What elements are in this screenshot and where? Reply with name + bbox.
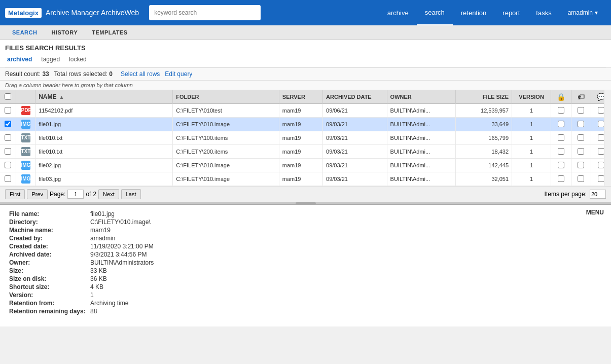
lock-checkbox[interactable]	[558, 107, 564, 114]
row-owner: BUILTIN\Admi...	[387, 131, 456, 145]
row-name[interactable]: file02.jpg	[35, 159, 173, 172]
first-page-button[interactable]: First	[5, 189, 25, 199]
next-page-button[interactable]: Next	[98, 189, 119, 199]
row-checkbox[interactable]	[5, 121, 11, 127]
row-checkbox[interactable]	[5, 175, 11, 182]
select-all-rows[interactable]: Select all rows	[121, 70, 160, 78]
row-tag-check[interactable]	[571, 118, 591, 131]
table-row[interactable]: TXT file010.txt C:\FILETY\200.items mam1…	[0, 145, 611, 159]
nav-amadmin[interactable]: amadmin ▾	[560, 0, 606, 25]
row-checkbox[interactable]	[5, 162, 11, 168]
last-page-button[interactable]: Last	[121, 189, 141, 199]
scrollbar[interactable]	[604, 90, 611, 186]
edit-query[interactable]: Edit query	[165, 70, 192, 78]
table-row[interactable]: IMG file02.jpg C:\FILETY\010.image mam19…	[0, 159, 611, 172]
nav-retention[interactable]: retention	[453, 0, 495, 25]
tag-checkbox[interactable]	[578, 107, 584, 114]
row-version: 1	[512, 118, 551, 131]
th-tag: 🏷	[571, 90, 591, 104]
header-nav: archive search retention report tasks am…	[379, 0, 606, 25]
tag-checkbox[interactable]	[578, 162, 584, 168]
th-date[interactable]: ARCHIVED DATE	[323, 90, 387, 104]
th-folder[interactable]: FOLDER	[173, 90, 279, 104]
th-size[interactable]: FILE SIZE	[456, 90, 512, 104]
nav-archive[interactable]: archive	[379, 0, 417, 25]
lock-checkbox[interactable]	[558, 162, 564, 168]
subnav-history[interactable]: HISTORY	[44, 25, 85, 40]
row-flag-check[interactable]	[551, 159, 571, 172]
tag-checkbox[interactable]	[578, 148, 584, 155]
select-all-checkbox[interactable]	[5, 93, 11, 100]
th-version[interactable]: VERSION	[512, 90, 551, 104]
selected-count: 0	[109, 70, 113, 78]
row-tag-check[interactable]	[571, 104, 591, 118]
row-checkbox[interactable]	[5, 134, 11, 141]
keyword-search-input[interactable]	[149, 5, 261, 20]
row-flag-check[interactable]	[551, 172, 571, 186]
row-name[interactable]: 11542102.pdf	[35, 104, 173, 118]
filter-tab-locked[interactable]: locked	[67, 55, 89, 64]
table-wrapper: NAME ▲ FOLDER SERVER ARCHIVED DATE OWNER…	[0, 90, 611, 186]
row-folder: C:\FILETY\010.image	[173, 118, 279, 131]
items-per-page-input[interactable]	[590, 190, 606, 199]
nav-tasks[interactable]: tasks	[528, 0, 559, 25]
file-type-icon: TXT	[21, 147, 30, 156]
detail-field-value: amadmin	[88, 234, 604, 242]
nav-search[interactable]: search	[417, 0, 453, 25]
row-name[interactable]: file01.jpg	[35, 118, 173, 131]
row-checkbox[interactable]	[5, 148, 11, 155]
amadmin-label: amadmin	[568, 9, 593, 16]
items-per-page: Items per page:	[545, 190, 606, 199]
row-checkbox-cell[interactable]	[0, 118, 16, 131]
th-owner[interactable]: OWNER	[387, 90, 456, 104]
th-name[interactable]: NAME ▲	[35, 90, 173, 104]
filter-tab-archived[interactable]: archived	[5, 55, 34, 64]
lock-checkbox[interactable]	[558, 148, 564, 155]
row-flag-check[interactable]	[551, 118, 571, 131]
row-date: 09/03/21	[323, 159, 387, 172]
row-tag-check[interactable]	[571, 159, 591, 172]
table-row[interactable]: IMG file03.jpg C:\FILETY\010.image mam19…	[0, 172, 611, 186]
row-name[interactable]: file010.txt	[35, 131, 173, 145]
detail-menu[interactable]: MENU	[586, 209, 604, 216]
detail-field-value: mam19	[88, 226, 604, 234]
tag-checkbox[interactable]	[578, 121, 584, 127]
row-checkbox[interactable]	[5, 107, 11, 114]
row-checkbox-cell[interactable]	[0, 131, 16, 145]
row-flag-check[interactable]	[551, 145, 571, 159]
page-info: Page: of 2	[50, 190, 96, 199]
row-flag-check[interactable]	[551, 131, 571, 145]
row-checkbox-cell[interactable]	[0, 172, 16, 186]
nav-report[interactable]: report	[494, 0, 528, 25]
th-server[interactable]: SERVER	[279, 90, 322, 104]
subnav-search[interactable]: SEARCH	[5, 25, 44, 40]
tag-checkbox[interactable]	[578, 134, 584, 141]
detail-row: Size on disk:36 KB	[7, 275, 604, 283]
row-checkbox-cell[interactable]	[0, 145, 16, 159]
prev-page-button[interactable]: Prev	[27, 189, 48, 199]
th-select-all[interactable]	[0, 90, 16, 104]
header: Metalogix Archive Manager ArchiveWeb arc…	[0, 0, 611, 25]
detail-field-value: 9/3/2021 3:44:56 PM	[88, 250, 604, 259]
row-tag-check[interactable]	[571, 131, 591, 145]
row-flag-check[interactable]	[551, 104, 571, 118]
tag-checkbox[interactable]	[578, 175, 584, 182]
row-tag-check[interactable]	[571, 145, 591, 159]
table-row[interactable]: PDF 11542102.pdf C:\FILETY\010test mam19…	[0, 104, 611, 118]
lock-checkbox[interactable]	[558, 175, 564, 182]
table-row[interactable]: TXT file010.txt C:\FILETY\100.items mam1…	[0, 131, 611, 145]
lock-checkbox[interactable]	[558, 121, 564, 127]
row-owner: BUILTIN\Admi...	[387, 118, 456, 131]
subnav-templates[interactable]: TEMPLATES	[85, 25, 134, 40]
row-checkbox-cell[interactable]	[0, 104, 16, 118]
row-tag-check[interactable]	[571, 172, 591, 186]
page-input[interactable]	[67, 190, 84, 199]
lock-checkbox[interactable]	[558, 134, 564, 141]
row-name[interactable]: file03.jpg	[35, 172, 173, 186]
sort-arrow-icon: ▲	[59, 94, 64, 100]
row-name[interactable]: file010.txt	[35, 145, 173, 159]
row-folder: C:\FILETY\010.image	[173, 172, 279, 186]
filter-tab-tagged[interactable]: tagged	[39, 55, 62, 64]
row-checkbox-cell[interactable]	[0, 159, 16, 172]
table-row[interactable]: IMG file01.jpg C:\FILETY\010.image mam19…	[0, 118, 611, 131]
